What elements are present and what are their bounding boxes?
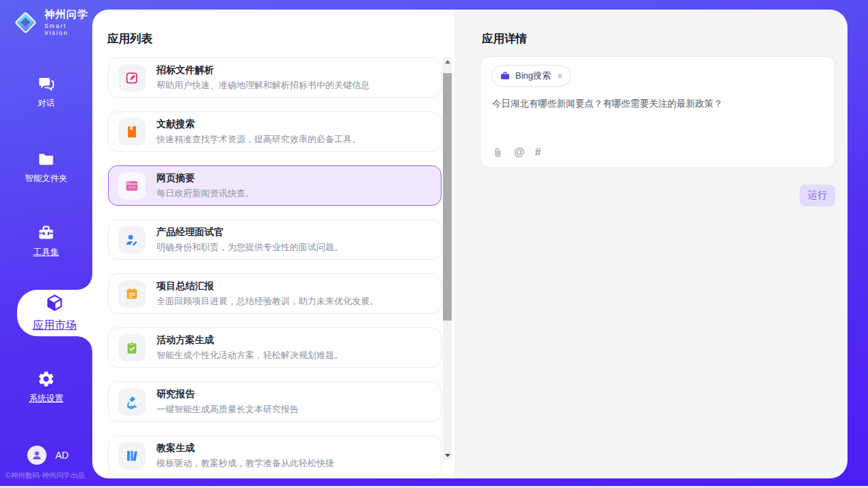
app-card-desc: 每日政府新闻资讯快查。	[157, 187, 254, 200]
chat-icon	[37, 74, 56, 93]
report-icon	[118, 280, 146, 308]
paperclip-icon[interactable]	[492, 147, 504, 159]
user-edit-icon	[118, 226, 146, 254]
user-initials: AD	[55, 450, 68, 461]
tool-tag-label: Bing搜索	[515, 70, 551, 82]
briefcase-icon	[500, 70, 511, 81]
clipboard-check-icon	[118, 334, 146, 362]
prompt-text[interactable]: 今日湖北有哪些新闻要点？有哪些需要关注的最新政策？	[492, 98, 820, 110]
app-card-activity-plan[interactable]: 活动方案生成 智能生成个性化活动方案，轻松解决规划难题。	[108, 327, 442, 368]
sidebar-item-label: 工具集	[33, 247, 59, 258]
toolbox-icon	[37, 223, 56, 242]
run-button[interactable]: 运行	[800, 185, 835, 206]
brand-subtitle: Smart Vision	[44, 23, 92, 36]
prompt-toolbar: @ #	[492, 146, 541, 159]
app-card-title: 产品经理面试官	[157, 226, 343, 239]
app-card-title: 研究报告	[157, 388, 299, 401]
app-detail-panel: 应用详情 Bing搜索 × 今日湖北有哪些新闻要点？有哪些需要关注的最新政策？ …	[455, 10, 847, 478]
sidebar-item-label: 系统设置	[29, 393, 64, 405]
sidebar-item-smart-folder[interactable]: 智能文件夹	[0, 149, 92, 185]
app-card-desc: 一键智能生成高质量长文本研究报告	[157, 403, 299, 416]
app-window: 神州问学 Smart Vision 对话 智能文件夹	[0, 0, 868, 488]
books-icon	[118, 442, 146, 470]
app-card-desc: 明确身份和职责，为您提供专业性的面试问题。	[157, 241, 343, 254]
app-card-desc: 全面回顾项目进展，总结经验教训，助力未来优化发展。	[157, 295, 379, 308]
app-card-list: 招标文件解析 帮助用户快速、准确地理解和解析招标书中的关键信息 文献搜索 快速精…	[108, 57, 442, 476]
sidebar-item-settings[interactable]: 系统设置	[0, 369, 92, 405]
app-card-title: 教案生成	[157, 442, 334, 455]
svg-text:</>: </>	[128, 185, 136, 189]
app-list-panel: 应用列表 招标文件解析 帮助用户快速、准确地理解和解析招标书中的关键信息	[92, 10, 455, 478]
cube-icon	[45, 293, 64, 315]
scroll-up-icon[interactable]	[443, 57, 452, 66]
pencil-square-icon	[118, 64, 146, 92]
app-detail-title: 应用详情	[482, 31, 527, 46]
app-card-web-summary[interactable]: </> 网页摘要 每日政府新闻资讯快查。	[108, 165, 442, 206]
scroll-down-icon[interactable]	[443, 450, 452, 460]
microscope-icon	[118, 388, 146, 416]
sidebar-item-app-market[interactable]: 应用市场	[17, 290, 92, 336]
user-avatar-icon	[27, 446, 46, 465]
app-card-literature-search[interactable]: 文献搜索 快速精准查找学术资源，提高研究效率的必备工具。	[108, 111, 442, 152]
prompt-editor-card[interactable]: Bing搜索 × 今日湖北有哪些新闻要点？有哪些需要关注的最新政策？ @ #	[480, 56, 835, 168]
app-card-title: 文献搜索	[157, 118, 361, 131]
sidebar-item-label: 对话	[38, 98, 55, 109]
sidebar-item-toolset[interactable]: 工具集	[0, 223, 92, 258]
sidebar-item-chat[interactable]: 对话	[0, 74, 92, 109]
app-card-desc: 帮助用户快速、准确地理解和解析招标书中的关键信息	[157, 79, 370, 92]
diamond-logo-icon	[12, 9, 39, 36]
app-card-project-summary[interactable]: 项目总结汇报 全面回顾项目进展，总结经验教训，助力未来优化发展。	[108, 273, 442, 314]
close-icon[interactable]: ×	[557, 71, 562, 81]
app-list-scrollbar[interactable]	[443, 57, 452, 460]
sidebar-item-label: 智能文件夹	[25, 173, 68, 185]
gear-icon	[37, 369, 56, 388]
scrollbar-thumb[interactable]	[443, 73, 452, 321]
tool-tag-bing-search[interactable]: Bing搜索 ×	[491, 65, 571, 87]
user-account[interactable]: AD	[27, 446, 68, 465]
folder-icon	[37, 149, 56, 168]
brand-name: 神州问学	[44, 8, 92, 21]
app-card-title: 项目总结汇报	[157, 280, 379, 293]
brand-text: 神州问学 Smart Vision	[44, 8, 92, 36]
app-card-desc: 模板驱动，教案秒成，教学准备从此轻松快捷	[157, 457, 334, 470]
app-card-title: 网页摘要	[157, 172, 254, 185]
app-card-title: 招标文件解析	[157, 64, 370, 77]
app-card-pm-interviewer[interactable]: 产品经理面试官 明确身份和职责，为您提供专业性的面试问题。	[108, 219, 442, 260]
sidebar: 神州问学 Smart Vision 对话 智能文件夹	[0, 0, 92, 488]
browser-code-icon: </>	[118, 172, 146, 200]
app-card-desc: 智能生成个性化活动方案，轻松解决规划难题。	[157, 349, 343, 362]
app-card-desc: 快速精准查找学术资源，提高研究效率的必备工具。	[157, 133, 361, 146]
app-card-research-report[interactable]: 研究报告 一键智能生成高质量长文本研究报告	[108, 381, 442, 422]
hash-icon[interactable]: #	[535, 146, 541, 159]
sidebar-item-label: 应用市场	[33, 318, 77, 333]
app-card-lesson-plan[interactable]: 教案生成 模板驱动，教案秒成，教学准备从此轻松快捷	[108, 435, 442, 476]
brand-logo: 神州问学 Smart Vision	[12, 8, 92, 36]
app-card-bid-document-parse[interactable]: 招标文件解析 帮助用户快速、准确地理解和解析招标书中的关键信息	[108, 57, 442, 98]
app-list-title: 应用列表	[107, 31, 152, 46]
mention-icon[interactable]: @	[514, 146, 525, 159]
copyright-text: ©神州数码·神州问学出品	[5, 471, 85, 480]
book-icon	[118, 118, 146, 146]
app-card-title: 活动方案生成	[157, 334, 343, 347]
